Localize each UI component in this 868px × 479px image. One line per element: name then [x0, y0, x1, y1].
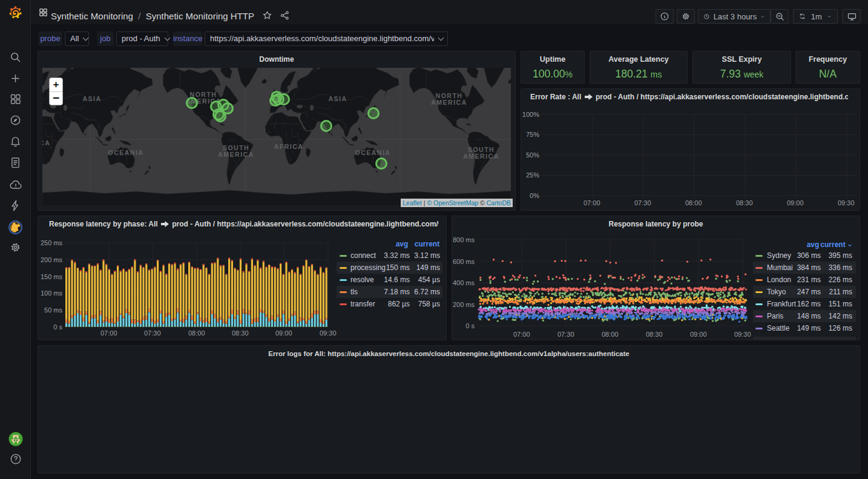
svg-text:AFRICA: AFRICA: [274, 143, 304, 150]
svg-text:ASIA: ASIA: [328, 95, 347, 102]
svg-text:ASIA: ASIA: [82, 95, 101, 102]
svg-text:OCEANIA: OCEANIA: [108, 149, 144, 156]
svg-text:ICA: ICA: [42, 139, 50, 147]
svg-text:AMERICA: AMERICA: [218, 151, 254, 158]
svg-text:AMERICA: AMERICA: [463, 153, 499, 160]
svg-text:OCEANIA: OCEANIA: [355, 149, 391, 156]
svg-text:AMERICA: AMERICA: [431, 99, 467, 106]
